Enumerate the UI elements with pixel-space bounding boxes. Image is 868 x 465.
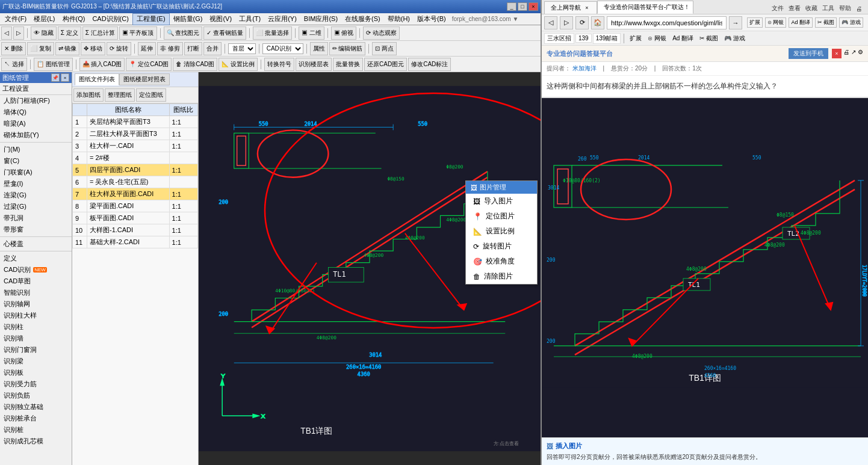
sidebar-item-col-detail[interactable]: 识别柱大样	[0, 310, 72, 321]
nav-tab-close[interactable]: ×	[583, 4, 591, 11]
sidebar-item-hollow[interactable]: 识别成孔芯模	[0, 436, 72, 447]
delete-button[interactable]: ✕ 删除	[1, 42, 26, 55]
menu-cad[interactable]: CAD识别(C)	[88, 13, 132, 25]
move-button[interactable]: ✥ 移动	[81, 42, 105, 55]
undo-button[interactable]: ◁	[1, 26, 12, 40]
bookmark-139[interactable]: 139	[575, 34, 592, 43]
menu-文件[interactable]: 文件	[772, 4, 784, 13]
sidebar-item-wall-id[interactable]: 识别墙	[0, 333, 72, 344]
find-element-button[interactable]: 🔍 查找图元	[164, 26, 203, 40]
sidebar-item-pile[interactable]: 识别桩	[0, 424, 72, 436]
sidebar-item-beam[interactable]: 暗梁(A)	[0, 118, 72, 129]
sidebar-item-cad-identify[interactable]: CAD识别 NEW	[0, 264, 72, 276]
table-row[interactable]: 10 大样图-1.CADI 1:1	[73, 224, 198, 236]
menu-online[interactable]: 在线服务(S)	[341, 13, 384, 25]
cad-mode-combo[interactable]: CAD识别CAD草图	[262, 43, 303, 54]
set-scale-button[interactable]: 📐 设置比例	[219, 58, 258, 71]
sidebar-close-button[interactable]: ×	[61, 73, 69, 82]
copy-button[interactable]: ⬜ 复制	[27, 42, 54, 55]
clear-cad-button[interactable]: 🗑 清除CAD图	[173, 58, 217, 71]
drawing-mgmt-button[interactable]: 📋 图纸管理	[34, 58, 73, 71]
sidebar-item-foundation[interactable]: 识别独立基础	[0, 401, 72, 413]
sidebar-item-wall[interactable]: 墙体(Q)	[0, 106, 72, 118]
url-input[interactable]	[607, 16, 727, 29]
menu-帮助[interactable]: 帮助	[839, 4, 851, 13]
menu-工具[interactable]: 工具	[822, 4, 834, 13]
ctx-calibrate[interactable]: 🎯 校准角度	[466, 254, 537, 269]
sidebar-item-door[interactable]: 门(M)	[0, 144, 72, 155]
recognize-floor-button[interactable]: 识别楼层表	[296, 58, 332, 71]
trim-button[interactable]: 非 修剪	[157, 42, 183, 55]
table-row[interactable]: 6 = 吴永良-住宅(五层)	[73, 176, 198, 188]
two-point-button[interactable]: ⊡ 两点	[372, 42, 397, 55]
sidebar-item-heart-slab[interactable]: 心楼盖	[0, 238, 72, 250]
close-button[interactable]: ×	[529, 2, 538, 11]
calc-button[interactable]: Σ 汇总计算	[82, 26, 118, 40]
ctx-rotate-image[interactable]: ⟳ 旋转图片	[466, 239, 537, 254]
table-row[interactable]: 7 柱大样及平面图.CADI 1:1	[73, 188, 198, 200]
ctx-set-scale[interactable]: 📐 设置比例	[466, 224, 537, 239]
translate-btn[interactable]: Ad 翻译	[789, 17, 813, 28]
qa-tab-close[interactable]: ×	[692, 4, 693, 11]
menu-cloud[interactable]: 云应用(Y)	[264, 13, 300, 25]
screenshot-btn[interactable]: ✂ 截图	[815, 17, 837, 28]
redo-button[interactable]: ▷	[13, 26, 24, 40]
sidebar-item-hole[interactable]: 带孔洞	[0, 212, 72, 224]
table-row[interactable]: 8 梁平面图.CADI 1:1	[73, 200, 198, 212]
convert-symbol-button[interactable]: 转换符号	[264, 58, 294, 71]
rotate-button[interactable]: ⟳ 旋转	[107, 42, 131, 55]
table-row[interactable]: 9 板平面图.CADI 1:1	[73, 212, 198, 224]
hide-button[interactable]: 👁 隐藏	[31, 26, 57, 40]
tab-drawing-list[interactable]: 图纸文件列表	[75, 73, 119, 85]
toolbar-game[interactable]: 🎮 游戏	[722, 34, 748, 43]
table-row[interactable]: 2 二层柱大样及平面图T3 1:1	[73, 128, 198, 140]
back-button[interactable]: ◁	[544, 16, 557, 29]
check-rebar-button[interactable]: ✓ 查看钢筋量	[203, 26, 246, 40]
sidebar-item-window[interactable]: 窗(C)	[0, 155, 72, 167]
game-btn[interactable]: 🎮 游戏	[839, 17, 863, 28]
restore-cad-button[interactable]: 还原CAD图元	[364, 58, 407, 71]
extend-button[interactable]: 延伸	[138, 42, 156, 55]
toolbar-expand[interactable]: 扩展	[627, 34, 644, 43]
modify-cad-button[interactable]: 修改CAD标注	[408, 58, 451, 71]
minimize-button[interactable]: _	[507, 2, 516, 11]
locate-cad-button[interactable]: 📍 定位CAD图	[126, 58, 172, 71]
mirror-button[interactable]: ⇌ 镜像	[55, 42, 80, 55]
organize-drawing-button[interactable]: 整理图纸	[105, 88, 135, 102]
sidebar-item-strip-win[interactable]: 带形窗	[0, 224, 72, 235]
ctx-clear-image[interactable]: 🗑 清除图片	[466, 269, 537, 284]
toolbar-translate[interactable]: Ad 翻译	[670, 34, 696, 43]
sidebar-item-over-beam[interactable]: 过梁(G)	[0, 201, 72, 212]
sidebar-item-coupling[interactable]: 连梁(G)	[0, 189, 72, 201]
table-row[interactable]: 3 柱大样一.CADI 1:1	[73, 140, 198, 152]
bookmark-三水[interactable]: 三水区招	[544, 33, 574, 44]
ctx-locate-image[interactable]: 📍 定位图片	[466, 209, 537, 224]
sidebar-pin-button[interactable]: 📌	[51, 73, 60, 82]
menu-quantity[interactable]: 工程量(E)	[132, 13, 170, 25]
expand-btn[interactable]: 扩展	[747, 17, 763, 28]
ctx-import-image[interactable]: 🖼 导入图片	[466, 194, 537, 209]
sidebar-item-cad-draft[interactable]: CAD草图	[0, 276, 72, 287]
insert-cad-button[interactable]: 📥 插入CAD图	[79, 58, 125, 71]
sidebar-item-rebar-id[interactable]: 识别受力筋	[0, 378, 72, 390]
top-view-button[interactable]: ▣ 俯视	[331, 26, 357, 40]
menu-version[interactable]: 版本号(B)	[414, 13, 450, 25]
menu-component[interactable]: 构件(Q)	[59, 13, 89, 25]
define-button[interactable]: Σ 定义	[58, 26, 81, 40]
sidebar-item-masonry[interactable]: 砌体加筋(Y)	[0, 129, 72, 141]
dynamic-view-button[interactable]: ⟳ 动态观察	[363, 26, 400, 40]
break-button[interactable]: 打断	[184, 42, 202, 55]
menu-收藏[interactable]: 收藏	[805, 4, 817, 13]
table-row[interactable]: 4 = 2#楼	[73, 152, 198, 164]
menu-floor[interactable]: 楼层(L)	[30, 13, 58, 25]
locate-drawing-button[interactable]: 定位图纸	[136, 88, 166, 102]
floor-combo[interactable]: 首层二层三层	[228, 43, 256, 54]
table-row[interactable]: 1 夹层结构梁平面图T3 1:1	[73, 116, 198, 128]
sidebar-item-slab-id[interactable]: 识别板	[0, 367, 72, 378]
tab-qa[interactable]: 专业造价问题答疑平台-广联达！ ×	[597, 1, 693, 14]
menu-view[interactable]: 视图(V)	[206, 13, 235, 25]
slab-align-button[interactable]: ▣ 平齐板顶	[119, 26, 157, 40]
table-row[interactable]: 11 基础大样-2.CADI 1:1	[73, 236, 198, 248]
sidebar-item-niche[interactable]: 壁龛(I)	[0, 178, 72, 189]
icon-share[interactable]: ↗	[851, 49, 856, 58]
